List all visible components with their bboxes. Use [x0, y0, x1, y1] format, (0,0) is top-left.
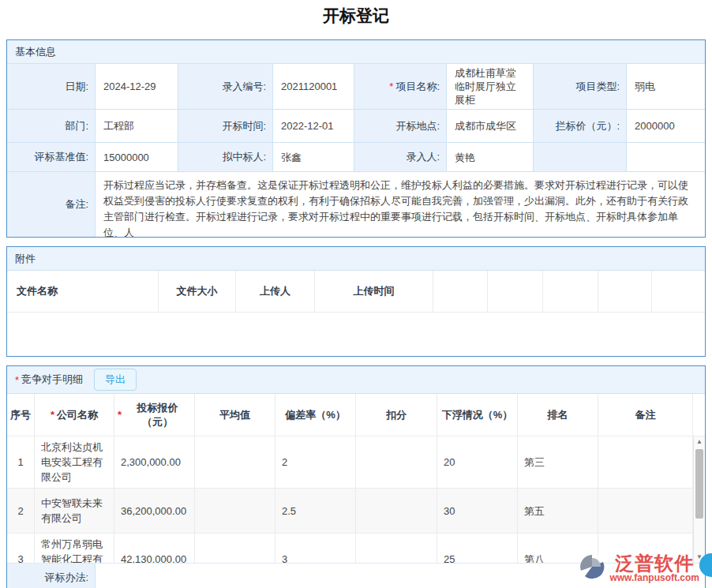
project-type-value: 弱电 [627, 64, 705, 110]
bid-open-time-value: 2022-12-01 [273, 110, 354, 143]
cell-deviation: 3 [275, 534, 356, 563]
col-company: * 公司名称 [35, 394, 114, 436]
cell-seq: 1 [7, 436, 35, 489]
col-file-size: 文件大小 [159, 271, 236, 313]
eval-benchmark-label: 评标基准值: [7, 143, 96, 172]
project-name-label: * 项目名称: [354, 64, 447, 110]
col-remark: 备注 [598, 394, 693, 436]
cell-deviation: 2 [275, 436, 356, 489]
remarks-label: 备注: [7, 172, 96, 237]
col-empty-3 [543, 271, 598, 313]
basic-info-section: 基本信息 日期: 2024-12-29 录入编号: 2021120001 * 项… [6, 39, 706, 238]
cell-deduction [356, 534, 437, 563]
basic-info-section-header: 基本信息 [7, 40, 705, 64]
cell-deduction [356, 489, 437, 534]
attachments-table-header: 文件名称 文件大小 上传人 上传时间 [7, 271, 705, 313]
eval-method-label: 评标办法: [7, 564, 96, 588]
eval-method-value [96, 564, 705, 588]
entry-no-label: 录入编号: [178, 64, 273, 110]
bid-open-time-label: 开标时间: [178, 110, 273, 143]
empty-label-cell [534, 143, 627, 172]
cell-seq: 2 [7, 489, 35, 534]
col-deduction: 扣分 [356, 394, 437, 436]
cell-bid-price: 42,130,000.00 [114, 534, 195, 563]
cell-deviation: 2.5 [275, 489, 356, 534]
empty-value-cell [627, 143, 705, 172]
basic-info-form: 日期: 2024-12-29 录入编号: 2021120001 * 项目名称: … [7, 64, 705, 237]
col-company-text: 公司名称 [57, 408, 98, 422]
cell-average [195, 534, 275, 563]
cell-float-down: 25 [437, 534, 518, 563]
cell-rank: 第八 [518, 534, 598, 563]
eval-method-row: 评标办法: [7, 563, 705, 588]
cell-float-down: 20 [437, 436, 518, 489]
competitors-section: * 竞争对手明细 导出 序号 * 公司名称 * 投标报价（元） 平均值 偏差率（… [6, 365, 706, 588]
col-rank: 排名 [518, 394, 598, 436]
bid-opening-registration-page: { "page": { "title": "开标登记", "required_m… [0, 0, 712, 588]
project-name-label-text: 项目名称: [395, 80, 440, 94]
cell-deduction [356, 436, 437, 489]
project-type-label: 项目类型: [534, 64, 627, 110]
cell-company: 常州万帛弱电智能化工程有限公司 [35, 534, 114, 563]
export-button[interactable]: 导出 [94, 369, 137, 391]
date-label: 日期: [7, 64, 96, 110]
cell-company: 北京利达贞机电安装工程有限公司 [35, 436, 114, 489]
recorder-label: 录入人: [354, 143, 447, 172]
col-upload-time: 上传时间 [315, 271, 433, 313]
cell-remark [598, 489, 693, 534]
cell-seq: 3 [7, 534, 35, 563]
bid-open-place-value: 成都市成华区 [447, 110, 534, 143]
col-float-down: 下浮情况（%） [437, 394, 518, 436]
col-deviation: 偏差率（%） [275, 394, 356, 436]
bid-open-place-label: 开标地点: [354, 110, 447, 143]
col-uploader: 上传人 [236, 271, 315, 313]
table-row: 1 北京利达贞机电安装工程有限公司 2,300,000.00 2 20 第三 [7, 436, 693, 489]
competitors-section-header: * 竞争对手明细 导出 [7, 366, 705, 394]
cell-rank: 第五 [518, 489, 598, 534]
cell-company: 中安智联未来有限公司 [35, 489, 114, 534]
proposed-winner-label: 拟中标人: [178, 143, 273, 172]
scrollbar-thumb[interactable] [695, 449, 703, 519]
proposed-winner-value: 张鑫 [273, 143, 354, 172]
ceiling-price-value: 2000000 [627, 110, 705, 143]
vertical-scrollbar[interactable]: ▲ ▼ [693, 436, 705, 563]
col-seq: 序号 [7, 394, 35, 436]
col-average: 平均值 [195, 394, 275, 436]
entry-no-value: 2021120001 [273, 64, 354, 110]
col-bid-price-text: 投标报价（元） [124, 401, 191, 429]
attachments-section-title: 附件 [15, 252, 36, 266]
recorder-value: 黄艳 [447, 143, 534, 172]
col-empty-4 [598, 271, 652, 313]
scroll-up-icon[interactable]: ▲ [694, 436, 705, 448]
required-asterisk: * [389, 81, 393, 92]
department-value: 工程部 [96, 110, 178, 143]
col-file-name: 文件名称 [7, 271, 159, 313]
remarks-value: 开标过程应当记录，并存档备查。这是保证开标过程透明和公正，维护投标人利益的必要措… [96, 172, 705, 237]
ceiling-price-label: 拦标价（元）: [534, 110, 627, 143]
competitors-section-title: 竞争对手明细 [21, 373, 83, 387]
col-empty-5 [652, 271, 705, 313]
eval-benchmark-value: 15000000 [96, 143, 178, 172]
competitors-table-header: 序号 * 公司名称 * 投标报价（元） 平均值 偏差率（%） 扣分 下浮情况（%… [7, 394, 705, 436]
attachments-section-header: 附件 [7, 247, 705, 271]
project-name-value: 成都杜甫草堂临时展厅独立展柜 [447, 64, 534, 110]
cell-rank: 第三 [518, 436, 598, 489]
cell-average [195, 489, 275, 534]
cell-bid-price: 36,200,000.00 [114, 489, 195, 534]
cell-average [195, 436, 275, 489]
required-asterisk: * [51, 408, 54, 422]
cell-float-down: 30 [437, 489, 518, 534]
page-title: 开标登记 [0, 0, 712, 39]
department-label: 部门: [7, 110, 96, 143]
col-bid-price: * 投标报价（元） [114, 394, 195, 436]
table-row: 2 中安智联未来有限公司 36,200,000.00 2.5 30 第五 [7, 489, 693, 534]
required-asterisk: * [15, 374, 19, 386]
attachments-empty-body [7, 313, 705, 356]
table-row: 3 常州万帛弱电智能化工程有限公司 42,130,000.00 3 25 第八 [7, 534, 693, 563]
cell-bid-price: 2,300,000.00 [114, 436, 195, 489]
attachments-section: 附件 文件名称 文件大小 上传人 上传时间 [6, 246, 706, 357]
col-empty-2 [488, 271, 543, 313]
col-empty-1 [433, 271, 488, 313]
cell-remark [598, 436, 693, 489]
basic-info-section-title: 基本信息 [15, 45, 56, 59]
